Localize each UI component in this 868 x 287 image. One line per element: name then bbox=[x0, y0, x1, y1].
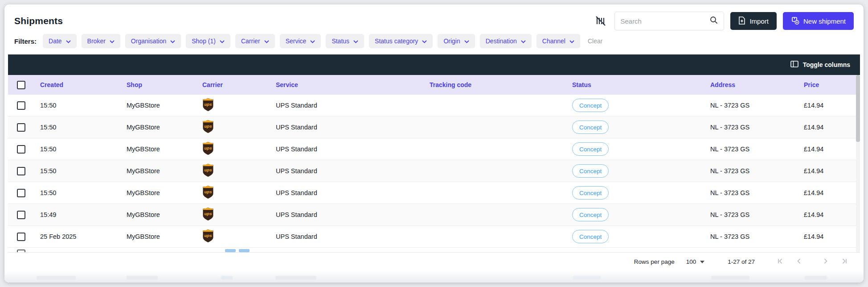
table-row[interactable]: 15:50 MyGBStore ups UPS Standard Concept bbox=[8, 116, 860, 138]
chevron-down-icon bbox=[569, 37, 574, 45]
cell-shop: MyGBStore bbox=[122, 102, 198, 109]
chevron-down-icon bbox=[464, 37, 469, 45]
cell-price: £14.94 bbox=[799, 211, 860, 218]
row-checkbox[interactable] bbox=[17, 211, 25, 219]
cell-address: NL - 3723 GS bbox=[706, 189, 799, 196]
chevron-down-icon bbox=[110, 37, 115, 45]
cell-service: UPS Standard bbox=[271, 124, 425, 131]
cell-price: £14.94 bbox=[799, 167, 860, 175]
cell-created: 15:50 bbox=[36, 102, 122, 109]
filter-pill-shop-1[interactable]: Shop (1) bbox=[186, 34, 230, 48]
column-header-carrier[interactable]: Carrier bbox=[198, 81, 271, 88]
status-badge[interactable]: Concept bbox=[572, 121, 609, 134]
filter-pill-destination[interactable]: Destination bbox=[480, 34, 532, 48]
filter-pill-date[interactable]: Date bbox=[43, 34, 77, 48]
scrollbar-thumb[interactable] bbox=[856, 75, 860, 142]
chevron-down-icon bbox=[220, 37, 225, 45]
cell-status: Concept bbox=[568, 208, 706, 221]
new-shipment-button[interactable]: New shipment bbox=[783, 12, 854, 30]
ups-logo-icon: ups bbox=[202, 98, 214, 113]
svg-text:ups: ups bbox=[205, 167, 212, 172]
column-header-tracking[interactable]: Tracking code bbox=[425, 81, 568, 88]
next-page-icon[interactable] bbox=[822, 257, 830, 267]
status-badge[interactable]: Concept bbox=[572, 99, 609, 112]
cell-shop: MyGBStore bbox=[122, 189, 198, 196]
cell-created: 15:50 bbox=[36, 124, 122, 131]
column-header-price[interactable]: Price bbox=[799, 81, 860, 88]
cell-address: NL - 3723 GS bbox=[706, 211, 799, 218]
table-row[interactable]: 15:50 MyGBStore ups UPS Standard Concept bbox=[8, 138, 860, 160]
status-badge[interactable]: Concept bbox=[572, 230, 609, 243]
search-input[interactable] bbox=[620, 17, 709, 25]
row-checkbox[interactable] bbox=[17, 233, 25, 241]
toggle-columns-label: Toggle columns bbox=[803, 61, 850, 68]
search-icon[interactable] bbox=[709, 16, 718, 26]
cell-created: 15:50 bbox=[36, 146, 122, 153]
filter-pill-origin[interactable]: Origin bbox=[438, 34, 475, 48]
import-button[interactable]: Import bbox=[730, 12, 777, 30]
status-badge[interactable]: Concept bbox=[572, 208, 609, 221]
filter-pill-status-category[interactable]: Status category bbox=[369, 34, 433, 48]
table-row-partially-visible[interactable] bbox=[8, 248, 860, 252]
new-shipment-icon bbox=[791, 17, 799, 26]
select-all-checkbox[interactable] bbox=[17, 81, 25, 89]
table-row[interactable]: 15:49 MyGBStore ups UPS Standard Concept bbox=[8, 204, 860, 226]
rows-per-page-select[interactable]: 100 bbox=[686, 258, 705, 265]
filter-pill-label: Origin bbox=[443, 37, 460, 45]
filter-pill-list: Date Broker Organisation bbox=[43, 34, 580, 48]
table-header-row: Created Shop Carrier Service Tracking co… bbox=[8, 75, 860, 95]
cell-created: 15:50 bbox=[36, 189, 122, 196]
filter-pill-carrier[interactable]: Carrier bbox=[235, 34, 275, 48]
filter-pill-label: Destination bbox=[486, 37, 517, 45]
column-header-address[interactable]: Address bbox=[706, 81, 799, 88]
shipments-table: Toggle columns Created Shop Carrier Serv… bbox=[8, 54, 860, 252]
table-row[interactable]: 15:50 MyGBStore ups UPS Standard Concept bbox=[8, 95, 860, 116]
table-row[interactable]: 15:50 MyGBStore ups UPS Standard Concept bbox=[8, 160, 860, 182]
first-page-icon[interactable] bbox=[776, 257, 784, 267]
filter-pill-broker[interactable]: Broker bbox=[82, 34, 120, 48]
row-checkbox[interactable] bbox=[17, 189, 25, 197]
cell-carrier: ups bbox=[198, 98, 271, 113]
toggle-columns-button[interactable]: Toggle columns bbox=[790, 61, 850, 69]
filter-pill-organisation[interactable]: Organisation bbox=[125, 34, 181, 48]
topbar: Shipments bbox=[4, 4, 864, 31]
cell-status: Concept bbox=[568, 121, 706, 134]
cell-address: NL - 3723 GS bbox=[706, 102, 799, 109]
topbar-actions: Import New shipment bbox=[593, 12, 854, 30]
last-page-icon[interactable] bbox=[840, 257, 848, 267]
table-row[interactable]: 15:50 MyGBStore ups UPS Standard Concept bbox=[8, 182, 860, 204]
column-header-service[interactable]: Service bbox=[271, 81, 425, 88]
row-checkbox[interactable] bbox=[17, 123, 25, 132]
column-header-shop[interactable]: Shop bbox=[122, 81, 198, 88]
chevron-down-icon bbox=[264, 37, 269, 45]
svg-text:ups: ups bbox=[205, 102, 212, 107]
row-checkbox[interactable] bbox=[17, 101, 25, 110]
clear-filters-link[interactable]: Clear bbox=[588, 37, 602, 45]
status-badge[interactable]: Concept bbox=[572, 186, 609, 200]
row-checkbox[interactable] bbox=[17, 145, 25, 154]
table-row[interactable]: 25 Feb 2025 MyGBStore ups UPS Standard C… bbox=[8, 226, 860, 248]
status-badge[interactable]: Concept bbox=[572, 164, 609, 178]
ups-logo-icon: ups bbox=[202, 141, 214, 157]
row-checkbox[interactable] bbox=[17, 250, 25, 252]
ups-logo-icon: ups bbox=[202, 120, 214, 135]
vertical-scrollbar[interactable] bbox=[856, 75, 860, 252]
column-header-created[interactable]: Created bbox=[36, 81, 122, 88]
svg-text:ups: ups bbox=[205, 189, 212, 194]
previous-page-icon[interactable] bbox=[795, 257, 803, 267]
status-badge[interactable]: Concept bbox=[572, 142, 609, 156]
filter-pill-service[interactable]: Service bbox=[280, 34, 321, 48]
barcode-scanner-off-icon[interactable] bbox=[593, 13, 608, 29]
filter-pill-status[interactable]: Status bbox=[326, 34, 364, 48]
cell-address: NL - 3723 GS bbox=[706, 233, 799, 240]
svg-text:ups: ups bbox=[205, 211, 212, 216]
cell-address: NL - 3723 GS bbox=[706, 146, 799, 153]
cell-created: 15:49 bbox=[36, 211, 122, 218]
import-button-label: Import bbox=[749, 17, 769, 25]
filter-pill-label: Channel bbox=[542, 37, 565, 45]
cell-carrier: ups bbox=[198, 163, 271, 179]
filter-pill-channel[interactable]: Channel bbox=[536, 34, 580, 48]
row-checkbox[interactable] bbox=[17, 167, 25, 175]
column-header-status[interactable]: Status bbox=[568, 81, 706, 88]
filter-pill-label: Service bbox=[286, 37, 307, 45]
